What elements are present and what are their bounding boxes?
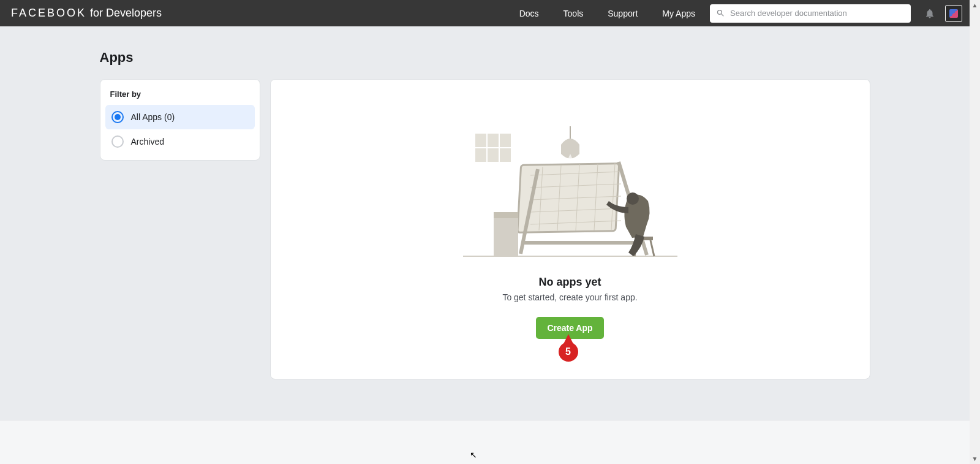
page-title: Apps — [100, 26, 870, 79]
annotation-number: 5 — [565, 346, 571, 357]
search-icon — [716, 9, 725, 18]
profile-avatar[interactable] — [945, 5, 962, 22]
notifications-button[interactable] — [923, 8, 937, 19]
scroll-up-icon[interactable]: ▲ — [972, 0, 978, 10]
filter-all-label: All Apps (0) — [131, 112, 175, 122]
search-box[interactable] — [710, 4, 911, 23]
nav-support[interactable]: Support — [608, 9, 638, 18]
radio-icon — [111, 135, 124, 148]
svg-rect-22 — [494, 217, 518, 256]
empty-subtitle: To get started, create your first app. — [502, 292, 637, 302]
nav-myapps[interactable]: My Apps — [662, 9, 695, 18]
brand-suffix: for Developers — [90, 7, 162, 20]
svg-line-26 — [650, 240, 654, 256]
svg-rect-3 — [500, 134, 511, 147]
brand-logo[interactable]: FACEBOOK for Developers — [11, 7, 162, 20]
apps-panel: No apps yet To get started, create your … — [270, 79, 870, 379]
create-app-button[interactable]: Create App — [536, 317, 603, 339]
nav-docs[interactable]: Docs — [519, 9, 539, 18]
filter-title: Filter by — [105, 89, 255, 105]
empty-title: No apps yet — [538, 276, 601, 289]
nav-tools[interactable]: Tools — [564, 9, 584, 18]
filter-card: Filter by All Apps (0) Archived — [100, 79, 260, 161]
top-nav: FACEBOOK for Developers Docs Tools Suppo… — [0, 0, 970, 26]
filter-archived-label: Archived — [131, 137, 164, 146]
nav-links: Docs Tools Support My Apps — [519, 9, 695, 18]
scroll-down-icon[interactable]: ▼ — [972, 454, 978, 464]
empty-state-illustration — [463, 126, 677, 261]
radio-icon — [111, 111, 124, 123]
bell-icon — [924, 8, 935, 19]
step-annotation: 5 — [559, 342, 578, 362]
svg-rect-2 — [488, 134, 499, 147]
svg-rect-23 — [494, 212, 518, 218]
svg-point-27 — [627, 192, 639, 205]
brand-main: FACEBOOK — [11, 7, 86, 20]
avatar-icon — [949, 9, 958, 18]
page-footer — [0, 420, 970, 464]
svg-rect-5 — [488, 148, 499, 162]
vertical-scrollbar[interactable]: ▲ ▼ — [970, 0, 980, 464]
svg-rect-4 — [475, 148, 486, 162]
svg-rect-1 — [475, 134, 486, 147]
filter-all-apps[interactable]: All Apps (0) — [105, 105, 255, 129]
search-input[interactable] — [730, 9, 905, 18]
svg-rect-6 — [500, 148, 511, 162]
filter-archived[interactable]: Archived — [105, 129, 255, 154]
